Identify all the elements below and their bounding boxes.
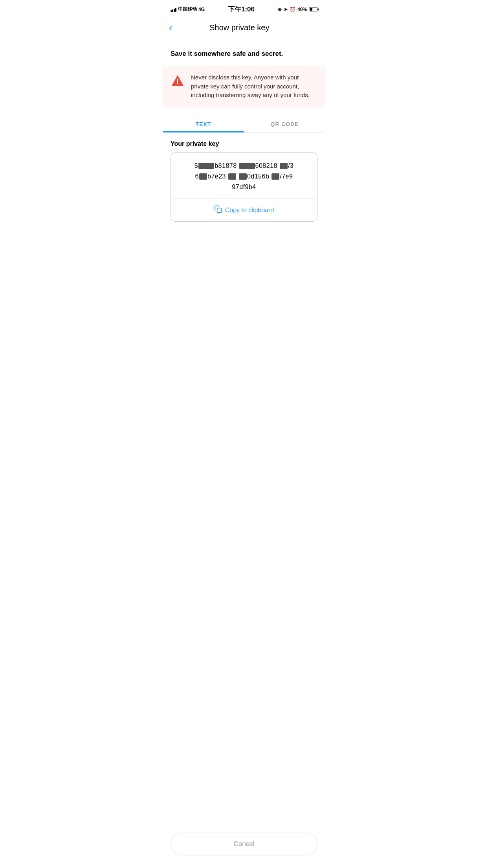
key-line-2: 6 b7e23 0d156b /7e9 — [177, 171, 311, 182]
footer: Cancel — [163, 826, 325, 868]
private-key-section: Your private key 5 b81878 608218 /3 6 b7… — [163, 132, 325, 230]
back-button[interactable]: ‹ — [169, 20, 176, 35]
tab-qr-code[interactable]: QR CODE — [244, 116, 325, 132]
status-left: 中国移动 4G — [171, 6, 205, 13]
copy-label: Copy to clipboard — [225, 207, 274, 214]
carrier-label: 中国移动 — [178, 6, 197, 13]
redacted-4 — [199, 173, 207, 180]
alert-box: ! Never disclose this key. Anyone with y… — [163, 66, 325, 107]
battery-percent: 40% — [297, 7, 307, 12]
tabs-container: TEXT QR CODE — [163, 107, 325, 132]
key-text: 5 b81878 608218 /3 6 b7e23 0d156b /7e9 9… — [177, 160, 311, 193]
key-line-1: 5 b81878 608218 /3 — [177, 160, 311, 171]
cancel-button[interactable]: Cancel — [171, 833, 317, 855]
key-line-3: 97df9b4 — [177, 182, 311, 192]
svg-text:!: ! — [176, 78, 179, 86]
page-title: Show private key — [176, 23, 303, 32]
network-label: 4G — [198, 7, 205, 12]
redacted-3 — [280, 163, 288, 169]
redacted-2 — [239, 163, 255, 169]
nav-bar: ‹ Show private key — [163, 17, 325, 42]
safe-warning-text: Save it somewhere safe and secret. — [171, 50, 317, 58]
redacted-6 — [239, 173, 247, 180]
key-box: 5 b81878 608218 /3 6 b7e23 0d156b /7e9 9… — [171, 152, 317, 222]
redacted-7 — [272, 173, 279, 180]
battery-icon — [309, 7, 317, 11]
svg-rect-1 — [217, 208, 221, 213]
redacted-5 — [228, 173, 236, 180]
compass-icon: ➤ — [284, 7, 288, 12]
copy-icon — [214, 205, 222, 215]
status-right: ⊕ ➤ ⏰ 40% — [278, 7, 317, 12]
alert-text: Never disclose this key. Anyone with you… — [191, 73, 317, 100]
alarm-icon: ⏰ — [290, 7, 295, 12]
tab-text[interactable]: TEXT — [163, 116, 244, 132]
signal-icon — [171, 7, 176, 12]
warning-icon: ! — [171, 73, 185, 90]
content-area: Save it somewhere safe and secret. ! Nev… — [163, 42, 325, 826]
status-time: 下午1:06 — [228, 5, 255, 14]
safe-warning-section: Save it somewhere safe and secret. — [163, 42, 325, 66]
redacted-1 — [198, 163, 214, 169]
tabs: TEXT QR CODE — [163, 116, 325, 132]
private-key-label: Your private key — [171, 140, 317, 147]
location-icon: ⊕ — [278, 7, 282, 12]
status-bar: 中国移动 4G 下午1:06 ⊕ ➤ ⏰ 40% — [163, 0, 325, 17]
copy-button[interactable]: Copy to clipboard — [171, 199, 317, 221]
